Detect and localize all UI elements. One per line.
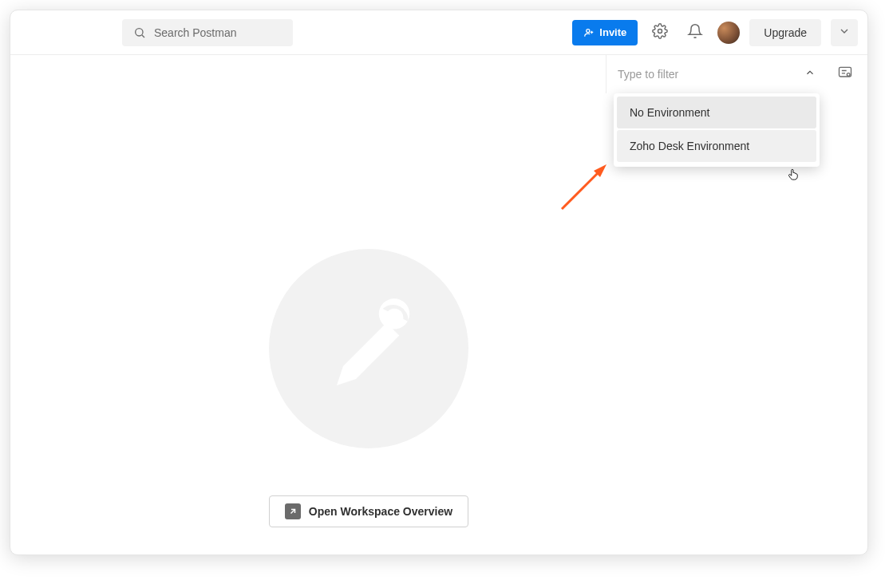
upgrade-button[interactable]: Upgrade xyxy=(749,19,821,46)
environment-bar xyxy=(10,55,867,93)
search-box[interactable]: Search Postman xyxy=(122,19,293,46)
open-new-icon xyxy=(285,503,301,519)
add-user-icon xyxy=(583,27,595,38)
header-dropdown-button[interactable] xyxy=(831,19,858,46)
environment-quicklook-icon xyxy=(837,65,853,84)
chevron-down-icon xyxy=(838,25,851,41)
open-workspace-overview-button[interactable]: Open Workspace Overview xyxy=(269,495,468,527)
postman-logo-placeholder xyxy=(269,249,468,448)
environment-item-label: No Environment xyxy=(630,106,709,119)
gear-icon xyxy=(652,23,668,42)
svg-line-1 xyxy=(142,35,144,37)
svg-point-5 xyxy=(658,29,662,33)
invite-label: Invite xyxy=(599,26,626,38)
environment-collapse-button[interactable] xyxy=(800,65,820,84)
environment-item-zoho-desk[interactable]: Zoho Desk Environment xyxy=(617,130,816,162)
svg-point-7 xyxy=(847,73,850,77)
environment-picker[interactable] xyxy=(606,55,829,93)
invite-button[interactable]: Invite xyxy=(572,20,638,45)
search-icon xyxy=(133,26,146,39)
environment-filter-input[interactable] xyxy=(616,61,794,87)
bell-icon xyxy=(687,23,703,42)
avatar[interactable] xyxy=(717,22,740,44)
app-window: Search Postman Invite xyxy=(10,10,868,555)
open-workspace-overview-label: Open Workspace Overview xyxy=(309,505,452,518)
settings-button[interactable] xyxy=(647,20,673,45)
postman-icon xyxy=(305,283,433,414)
svg-point-0 xyxy=(136,28,143,35)
upgrade-label: Upgrade xyxy=(764,26,807,39)
environment-dropdown: No Environment Zoho Desk Environment xyxy=(614,93,820,167)
notifications-button[interactable] xyxy=(682,20,708,45)
search-placeholder: Search Postman xyxy=(154,26,237,39)
environment-item-label: Zoho Desk Environment xyxy=(630,140,749,152)
environment-item-no-environment[interactable]: No Environment xyxy=(617,97,816,128)
svg-point-2 xyxy=(587,29,590,32)
environment-quicklook-button[interactable] xyxy=(834,63,856,85)
chevron-up-icon xyxy=(804,67,816,81)
app-header: Search Postman Invite xyxy=(10,10,867,55)
